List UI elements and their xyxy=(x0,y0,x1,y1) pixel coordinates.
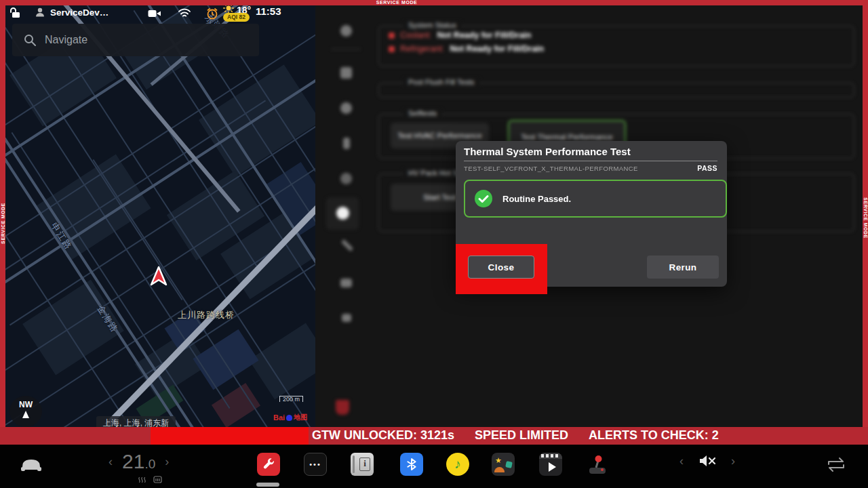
check-circle-icon xyxy=(475,190,492,207)
all-apps-button[interactable] xyxy=(304,453,327,476)
dialog-result-box: Routine Passed. xyxy=(464,180,727,218)
map-canvas[interactable]: 东靖路 申江路 金海路 上川路跨线桥 xyxy=(5,5,315,427)
sidebar-item[interactable] xyxy=(342,314,351,322)
arcade-app-button[interactable] xyxy=(586,453,609,476)
section-title: Post Flush Fill Tests xyxy=(403,78,479,86)
volume-up-chevron[interactable] xyxy=(731,455,735,467)
play-icon xyxy=(549,462,556,472)
search-icon xyxy=(23,33,37,47)
manual-binding-icon xyxy=(353,455,355,473)
swap-arrows-icon xyxy=(826,456,846,474)
alert-bar-text: GTW UNLOCKED: 3121sSPEED LIMITEDALERTS T… xyxy=(312,428,739,443)
clapperboard-icon xyxy=(539,453,562,459)
dialog-test-id: TEST-SELF_VCFRONT_X_THERMAL-PERFORMANCE xyxy=(464,165,638,172)
volume-muted-icon[interactable] xyxy=(698,454,716,468)
dialog-result-message: Routine Passed. xyxy=(502,194,571,204)
sidebar-item[interactable] xyxy=(341,239,353,251)
annotation-redaction-bar xyxy=(151,427,309,445)
rear-defrost-icon xyxy=(153,476,162,483)
unlocked-icon xyxy=(9,7,21,22)
cabin-temp-value[interactable]: 21.0 xyxy=(122,450,155,473)
defrost-indicators xyxy=(138,476,162,483)
toybox-star-icon xyxy=(495,453,502,466)
status-name: Coolant: xyxy=(400,30,432,40)
dialog-status-badge: PASS xyxy=(697,164,717,172)
volume-control[interactable] xyxy=(679,454,735,468)
profile-name: ServiceDev… xyxy=(50,7,108,18)
status-row-refrigerant: Refrigerant: Not Ready for Fill/Drain xyxy=(389,44,854,54)
alarm-icon xyxy=(205,7,219,23)
service-mode-label-left: SERVICE MODE xyxy=(1,203,5,244)
baidu-paw-icon xyxy=(286,415,292,421)
search-placeholder: Navigate xyxy=(45,34,87,46)
active-app-indicator xyxy=(256,483,279,487)
section-system-status: System Status Coolant: Not Ready for Fil… xyxy=(378,26,854,66)
tesla-logo-red xyxy=(336,400,349,415)
car-icon xyxy=(18,456,44,474)
vehicle-location-cursor xyxy=(149,265,169,291)
close-button[interactable]: Close xyxy=(468,256,534,279)
toybox-app-button[interactable] xyxy=(492,453,515,476)
toybox-dome-icon xyxy=(494,467,505,472)
map-scale: 200 m xyxy=(279,396,303,402)
toybox-cube-icon xyxy=(505,461,513,468)
navigate-search-input[interactable]: Navigate xyxy=(12,24,259,56)
dialog-divider xyxy=(464,161,717,161)
front-defrost-icon xyxy=(138,476,146,483)
bluetooth-app-button[interactable] xyxy=(400,453,423,476)
profile-chip[interactable]: ServiceDev… xyxy=(34,6,108,18)
compass-needle-icon xyxy=(22,411,29,418)
audio-source-swap-button[interactable] xyxy=(826,456,846,476)
service-alert-bar: GTW UNLOCKED: 3121sSPEED LIMITEDALERTS T… xyxy=(0,427,868,445)
status-value: Not Ready for Fill/Drain xyxy=(437,30,532,40)
dashcam-icon xyxy=(148,9,161,21)
dialog-title: Thermal System Performance Test xyxy=(464,146,631,157)
baidu-logo-text-right: 地图 xyxy=(294,413,307,422)
sidebar-item-active[interactable] xyxy=(326,197,359,230)
joystick-icon xyxy=(586,453,609,476)
theater-app-button[interactable] xyxy=(539,453,562,476)
music-app-button[interactable] xyxy=(446,453,469,476)
road-label-overpass: 上川路跨线桥 xyxy=(178,309,235,321)
sidebar-item[interactable] xyxy=(340,102,352,114)
map-block xyxy=(249,323,315,399)
sidebar-item[interactable] xyxy=(340,173,352,184)
status-error-icon xyxy=(389,46,395,52)
gtw-unlocked-status: GTW UNLOCKED: 3121s xyxy=(312,428,454,442)
dock: 21.0 i xyxy=(0,445,868,488)
temp-decrease-chevron[interactable] xyxy=(108,455,113,468)
section-title: Selftests xyxy=(403,109,441,117)
aqi-badge: AQI 82 xyxy=(223,13,250,22)
bluetooth-icon xyxy=(406,458,418,470)
rerun-button[interactable]: Rerun xyxy=(647,256,719,279)
sidebar-item[interactable] xyxy=(340,67,352,79)
service-mode-label-right: SERVICE MODE xyxy=(863,197,868,239)
sidebar-divider xyxy=(331,49,361,49)
status-error-icon xyxy=(389,33,395,39)
sidebar-item[interactable] xyxy=(340,279,352,287)
baidu-logo-text-left: Bai xyxy=(273,413,285,422)
tesla-touchscreen: 东靖路 申江路 金海路 上川路跨线桥 Navigate ServiceDev… … xyxy=(0,0,868,488)
section-title: System Status xyxy=(403,21,461,29)
status-name: Refrigerant: xyxy=(400,44,444,54)
volume-down-chevron[interactable] xyxy=(679,455,684,467)
sidebar-item[interactable] xyxy=(340,25,352,37)
service-app-button[interactable] xyxy=(257,453,280,476)
speed-limited-status: SPEED LIMITED xyxy=(475,428,568,442)
temp-increase-chevron[interactable] xyxy=(165,455,169,468)
wrench-icon xyxy=(261,457,276,472)
thermal-section-icon xyxy=(336,207,349,220)
cabin-temp-control[interactable]: 21.0 xyxy=(108,450,169,473)
car-controls-button[interactable] xyxy=(18,456,44,476)
baidu-logo: Bai 地图 xyxy=(273,413,307,422)
compass-control[interactable]: NW xyxy=(9,396,42,427)
wifi-icon xyxy=(178,7,191,21)
profile-icon xyxy=(34,6,46,18)
status-value: Not Ready for Fill/Drain xyxy=(450,44,544,54)
map-water xyxy=(193,329,258,390)
compass-heading: NW xyxy=(9,400,42,409)
status-row-coolant: Coolant: Not Ready for Fill/Drain xyxy=(389,30,854,40)
sidebar-item[interactable] xyxy=(343,138,350,149)
alerts-to-check-status: ALERTS TO CHECK: 2 xyxy=(589,428,719,442)
owners-manual-app-button[interactable]: i xyxy=(351,453,374,476)
